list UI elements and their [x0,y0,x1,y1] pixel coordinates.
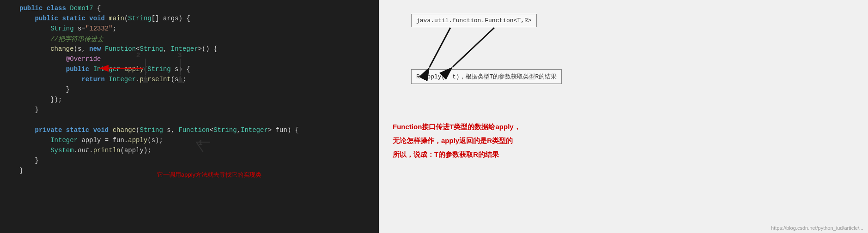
annotation-description: Function接口传进T类型的数据给apply， 无论怎样操作，apply返回… [393,120,521,161]
code-line-3: String s="12332"; [0,25,379,35]
code-line-10: }); [0,96,379,106]
number-label-3: 3 [178,51,182,59]
code-line-1: public class Demo17 { [0,5,379,15]
code-line-16: } [0,157,379,167]
code-line-9: } [0,86,379,96]
code-line-5: change(s, new Function<String, Integer>(… [0,45,379,55]
svg-line-6 [430,28,450,67]
desc-line3: 所以，说成：T的参数获取R的结果 [393,148,521,161]
code-line-7: public Integer apply(String s) { [0,66,379,76]
code-line-2: public static void main(String[] args) { [0,15,379,25]
number-label-1: 1 [199,138,202,146]
code-line-14: Integer apply = fun.apply(s); [0,137,379,147]
desc-line1: Function接口传进T类型的数据给apply， [393,120,521,134]
apply-box: R apply(T t)，根据类型T的参数获取类型R的结果 [411,69,562,84]
number-label-2: 2 [136,51,140,59]
code-annotation-apply: 它一调用apply方法就去寻找它的实现类 [157,171,261,179]
code-panel: public class Demo17 { public static void… [0,0,379,233]
annotation-arrows-svg [379,0,868,233]
code-line-4: //把字符串传进去 [0,35,379,45]
code-line-15: System.out.println(apply); [0,147,379,157]
code-line-13: private static void change(String s, Fun… [0,126,379,137]
code-line-11: } [0,106,379,116]
url-watermark: https://blog.csdn.net/python_iud/article… [771,225,863,231]
code-line-6: @Override [0,55,379,66]
code-line-8: return Integer.parseInt(s); [0,76,379,86]
annotation-panel: java.util.function.Function<T,R> R apply… [379,0,868,233]
desc-line2: 无论怎样操作，apply返回的是R类型的 [393,134,521,148]
function-box: java.util.function.Function<T,R> [411,14,537,27]
code-line-12 [0,116,379,126]
svg-line-7 [453,28,494,67]
